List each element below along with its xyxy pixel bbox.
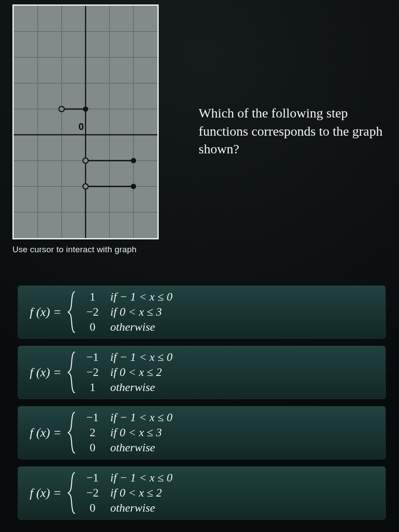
svg-point-23 bbox=[83, 184, 88, 189]
question-screen: 0 Use cursor to interact with graph Whic… bbox=[0, 0, 399, 532]
case-value: −1 bbox=[81, 351, 104, 364]
question-text: Which of the following step functions co… bbox=[199, 4, 386, 158]
brace-icon bbox=[67, 291, 77, 333]
function-label: f (x) = bbox=[30, 305, 62, 319]
function-label: f (x) = bbox=[30, 426, 62, 440]
case-row: −1if − 1 < x ≤ 0 bbox=[81, 351, 172, 364]
case-value: 1 bbox=[81, 290, 104, 304]
case-row: −2if 0 < x ≤ 2 bbox=[81, 366, 172, 379]
case-condition: if − 1 < x ≤ 0 bbox=[104, 351, 172, 364]
svg-point-24 bbox=[131, 184, 136, 189]
case-condition: if 0 < x ≤ 2 bbox=[104, 486, 162, 500]
case-row: −1if − 1 < x ≤ 0 bbox=[81, 471, 172, 485]
answer-list: f (x) =1if − 1 < x ≤ 0−2if 0 < x ≤ 30oth… bbox=[0, 286, 399, 520]
case-row: 2if 0 < x ≤ 3 bbox=[81, 426, 172, 439]
answer-option-1[interactable]: f (x) =1if − 1 < x ≤ 0−2if 0 < x ≤ 30oth… bbox=[18, 286, 386, 339]
cases-block: −1if − 1 < x ≤ 0−2if 0 < x ≤ 21otherwise bbox=[81, 351, 172, 394]
case-condition: otherwise bbox=[104, 441, 155, 454]
case-row: 1if − 1 < x ≤ 0 bbox=[81, 290, 172, 304]
case-condition: if − 1 < x ≤ 0 bbox=[104, 411, 172, 424]
case-row: −1if − 1 < x ≤ 0 bbox=[81, 411, 172, 424]
svg-point-18 bbox=[83, 106, 88, 112]
case-value: 2 bbox=[81, 426, 104, 439]
step-function-graph[interactable]: 0 bbox=[12, 4, 159, 239]
brace-icon bbox=[67, 472, 77, 514]
case-value: 0 bbox=[81, 441, 104, 454]
case-value: 0 bbox=[81, 501, 104, 515]
case-value: 0 bbox=[81, 321, 104, 334]
function-label: f (x) = bbox=[30, 365, 62, 379]
case-condition: if 0 < x ≤ 3 bbox=[104, 305, 162, 319]
case-value: −2 bbox=[81, 366, 104, 379]
case-condition: otherwise bbox=[104, 501, 155, 515]
case-condition: if − 1 < x ≤ 0 bbox=[104, 290, 172, 304]
case-row: −2if 0 < x ≤ 3 bbox=[81, 305, 172, 319]
top-area: 0 Use cursor to interact with graph Whic… bbox=[0, 0, 399, 254]
svg-point-21 bbox=[131, 158, 136, 163]
case-row: −2if 0 < x ≤ 2 bbox=[81, 486, 172, 500]
cases-block: −1if − 1 < x ≤ 0−2if 0 < x ≤ 20otherwise bbox=[81, 471, 172, 515]
case-value: −2 bbox=[81, 486, 104, 500]
svg-point-17 bbox=[59, 106, 64, 112]
brace-icon bbox=[67, 411, 77, 454]
answer-option-3[interactable]: f (x) =−1if − 1 < x ≤ 02if 0 < x ≤ 30oth… bbox=[18, 406, 386, 459]
answer-option-2[interactable]: f (x) =−1if − 1 < x ≤ 0−2if 0 < x ≤ 21ot… bbox=[18, 346, 386, 399]
graph-column: 0 Use cursor to interact with graph bbox=[12, 4, 172, 254]
origin-label: 0 bbox=[78, 121, 84, 133]
svg-point-20 bbox=[83, 158, 88, 163]
brace-icon bbox=[67, 351, 77, 394]
case-condition: if − 1 < x ≤ 0 bbox=[104, 471, 172, 485]
case-row: 0otherwise bbox=[81, 321, 172, 334]
case-condition: otherwise bbox=[104, 321, 155, 334]
case-value: −2 bbox=[81, 305, 104, 319]
case-row: 0otherwise bbox=[81, 441, 172, 454]
case-condition: if 0 < x ≤ 2 bbox=[104, 366, 162, 379]
graph-canvas bbox=[14, 6, 157, 238]
case-value: 1 bbox=[81, 381, 104, 394]
case-row: 1otherwise bbox=[81, 381, 172, 394]
cases-block: 1if − 1 < x ≤ 0−2if 0 < x ≤ 30otherwise bbox=[81, 290, 172, 334]
graph-caption: Use cursor to interact with graph bbox=[12, 245, 172, 254]
case-row: 0otherwise bbox=[81, 501, 172, 515]
case-value: −1 bbox=[81, 411, 104, 424]
case-value: −1 bbox=[81, 471, 104, 485]
case-condition: if 0 < x ≤ 3 bbox=[104, 426, 162, 439]
cases-block: −1if − 1 < x ≤ 02if 0 < x ≤ 30otherwise bbox=[81, 411, 172, 454]
function-label: f (x) = bbox=[30, 486, 62, 500]
case-condition: otherwise bbox=[104, 381, 155, 394]
answer-option-4[interactable]: f (x) =−1if − 1 < x ≤ 0−2if 0 < x ≤ 20ot… bbox=[18, 466, 386, 520]
